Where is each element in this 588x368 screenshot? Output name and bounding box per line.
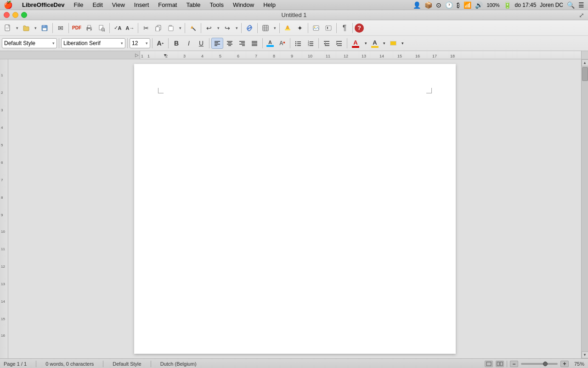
vertical-scrollbar[interactable]: ▲ ▼ (581, 59, 588, 358)
send-email-button[interactable]: ✉ (55, 22, 67, 34)
bg-color-dropdown[interactable]: ▾ (399, 38, 406, 49)
menu-libreoffice[interactable]: LibreOfficeDev (18, 1, 68, 9)
redo-dropdown-arrow[interactable]: ▾ (234, 22, 239, 34)
menu-window[interactable]: Window (229, 1, 258, 9)
fmt-sep-1 (59, 38, 59, 48)
clone-format-button[interactable] (187, 22, 199, 34)
spellcheck-button[interactable]: ✓A (112, 22, 124, 34)
export-pdf-button[interactable]: PDF (71, 22, 83, 34)
copy-button[interactable] (153, 22, 164, 34)
language-status: Dutch (Belgium) (160, 361, 197, 367)
font-name-dropdown[interactable]: Liberation Serif ▾ (61, 38, 125, 48)
bold-button[interactable]: B (170, 38, 182, 49)
table-dropdown-arrow[interactable]: ▾ (272, 22, 277, 34)
scroll-thumb[interactable] (582, 67, 588, 81)
highlight-toolbar-button[interactable] (282, 22, 294, 34)
new-dropdown-arrow[interactable]: ▾ (14, 22, 20, 34)
apple-menu[interactable]: 🍎 (4, 0, 13, 9)
page-info: Page 1 / 1 (4, 361, 27, 367)
toolbar-separator-12 (352, 23, 353, 33)
align-right-button[interactable] (236, 38, 248, 49)
align-justify-button[interactable] (249, 38, 260, 49)
main-content-area: 1 2 3 4 5 6 7 8 9 10 11 12 13 14 15 16 ▲… (0, 59, 588, 358)
open-button[interactable] (20, 22, 32, 34)
hyperlink-button[interactable] (243, 22, 255, 34)
close-button[interactable] (4, 12, 10, 18)
svg-rect-10 (90, 28, 91, 29)
view-layout-single[interactable] (485, 361, 493, 367)
undo-dropdown-arrow[interactable]: ▾ (215, 22, 221, 34)
fmt-sep-6 (262, 38, 263, 48)
toolbar-separator-10 (308, 23, 308, 33)
zoom-in-button[interactable]: + (560, 361, 569, 367)
menu-table[interactable]: Table (182, 1, 204, 9)
maximize-button[interactable] (21, 12, 27, 18)
menu-edit[interactable]: Edit (89, 1, 106, 9)
menu-format[interactable]: Format (154, 1, 181, 9)
print-button[interactable] (83, 22, 95, 34)
cut-button[interactable]: ✂ (140, 22, 152, 34)
insert-image-button[interactable] (310, 22, 322, 34)
bullet-list-button[interactable] (292, 38, 304, 49)
help-toolbar-button[interactable]: ? (355, 23, 364, 33)
scroll-up-button[interactable]: ▲ (582, 59, 588, 66)
underline-button[interactable]: U (195, 38, 207, 49)
battery-icon: 🔋 (503, 1, 511, 9)
font-color-dropdown[interactable]: ▾ (362, 38, 369, 49)
scroll-down-button[interactable]: ▼ (582, 351, 588, 358)
menu-help[interactable]: Help (260, 1, 279, 9)
decrease-indent-button[interactable] (321, 38, 333, 49)
increase-indent-button[interactable] (333, 38, 345, 49)
view-layout-book[interactable] (496, 361, 504, 367)
svg-point-54 (295, 45, 296, 46)
paragraph-style-dropdown[interactable]: Default Style ▾ (2, 38, 57, 48)
stars-button[interactable]: ✦ (294, 22, 306, 34)
formatting-marks-button[interactable]: ¶ (339, 22, 351, 34)
character-highlighting-button[interactable]: A (265, 38, 276, 49)
background-color-button[interactable] (388, 38, 399, 49)
menu-list-icon[interactable]: ☰ (578, 1, 584, 9)
ruler-ticks: 1 1 2 3 4 5 6 7 8 9 10 11 12 13 14 15 16… (140, 51, 581, 59)
autocorrect-button[interactable]: A→ (124, 22, 136, 34)
toolbar-separator-11 (336, 23, 337, 33)
menu-view[interactable]: View (108, 1, 129, 9)
menu-insert[interactable]: Insert (130, 1, 153, 9)
zoom-slider-thumb[interactable] (543, 362, 548, 366)
font-color-button[interactable]: A (349, 38, 362, 49)
size-dropdown-arrow: ▾ (146, 41, 148, 46)
page-margin-corner-tr (426, 88, 432, 93)
align-center-button[interactable] (224, 38, 236, 49)
scroll-track[interactable] (582, 66, 588, 351)
resize-icon[interactable]: ⤢ (579, 12, 584, 19)
zoom-out-button[interactable]: – (510, 361, 518, 367)
numbered-list-button[interactable]: 1.2.3. (305, 38, 317, 49)
textbox-button[interactable] (322, 22, 334, 34)
fmt-sep-4 (168, 38, 169, 48)
document-page[interactable] (134, 64, 456, 354)
italic-button[interactable]: I (183, 38, 195, 49)
zoom-level[interactable]: 75% (571, 361, 584, 367)
increase-font-size-button[interactable]: A+ (154, 38, 166, 49)
document-canvas[interactable] (8, 59, 581, 358)
highlighting-button[interactable]: A (369, 38, 380, 49)
menu-tools[interactable]: Tools (206, 1, 227, 9)
menu-file[interactable]: File (70, 1, 87, 9)
new-button[interactable] (2, 22, 14, 34)
open-dropdown-arrow[interactable]: ▾ (33, 22, 38, 34)
clear-formatting-button[interactable]: A (276, 38, 288, 49)
redo-button[interactable]: ↪ (221, 22, 233, 34)
table-insert-button[interactable] (260, 22, 271, 34)
align-left-button[interactable] (211, 38, 223, 49)
minimize-button[interactable] (12, 12, 18, 18)
zoom-slider[interactable] (521, 363, 558, 365)
print-preview-button[interactable] (96, 22, 107, 34)
paragraph-style-value: Default Style (4, 40, 51, 46)
save-button[interactable] (39, 22, 51, 34)
highlighting-dropdown[interactable]: ▾ (381, 38, 387, 49)
font-size-dropdown[interactable]: 12 ▾ (130, 38, 150, 48)
fmt-sep-3 (152, 38, 153, 48)
paste-button[interactable] (165, 22, 177, 34)
search-icon[interactable]: 🔍 (567, 1, 575, 9)
undo-button[interactable]: ↩ (203, 22, 215, 34)
paste-dropdown-arrow[interactable]: ▾ (177, 22, 183, 34)
